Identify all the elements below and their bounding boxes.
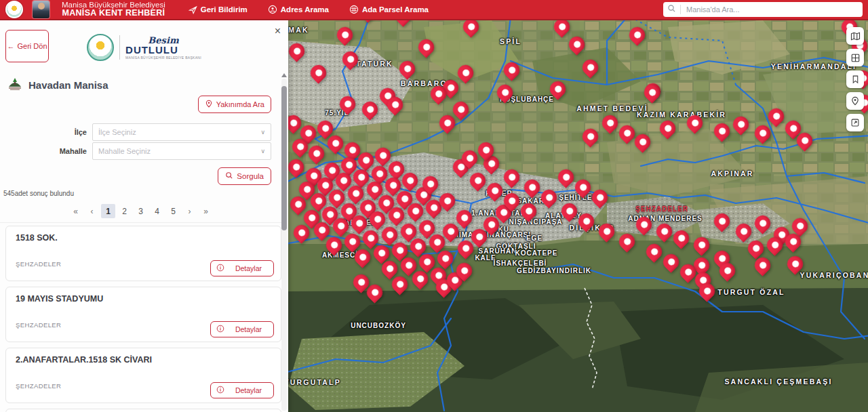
- page-4[interactable]: 4: [150, 204, 164, 218]
- query-button[interactable]: Sorgula: [218, 167, 271, 185]
- map-label: TURGUT ÖZAL: [717, 288, 785, 296]
- side-panel: × ← Geri Dön Besim DUTLULU MANİSA BÜYÜKŞ…: [0, 20, 288, 412]
- scroll-up-icon[interactable]: [281, 73, 287, 77]
- page-2[interactable]: 2: [117, 204, 132, 218]
- info-icon: [216, 325, 224, 334]
- result-title: 2.ANAFARTALAR.1518 SK CİVARI: [16, 355, 152, 365]
- feedback-button[interactable]: Geri Bildirim: [189, 5, 248, 14]
- page-title: Havadan Manisa: [28, 79, 108, 91]
- info-icon: [216, 386, 224, 395]
- top-nav: Geri Bildirim Adres Arama Ada Parsel Ara…: [189, 5, 429, 14]
- result-title: 1518 SOK.: [16, 233, 58, 243]
- map-label: İSHAKÇELEBİ: [494, 260, 547, 267]
- map-label: KAZIM KARABEKİR: [637, 110, 726, 119]
- details-button[interactable]: Detaylar: [210, 382, 274, 398]
- location-pin-icon: [205, 100, 213, 109]
- logo-divider: [119, 35, 120, 60]
- map-controls: [846, 27, 864, 131]
- search-icon: [667, 3, 676, 16]
- folded-map-icon[interactable]: [846, 27, 864, 45]
- manisa-city-guide-app: Manisa Büyükşehir Belediyesi MANİSA KENT…: [0, 0, 868, 412]
- result-card: 19 MAYIS STADYUMU ŞEHZADELER HaritadaGös…: [5, 287, 281, 342]
- map-label: ŞEHZADELER: [635, 205, 688, 213]
- person-pin-icon: [268, 5, 277, 14]
- map-label: YENİHARMANDALI: [771, 62, 856, 70]
- location-pin-icon[interactable]: [846, 92, 864, 110]
- map-label: NİŞANCIPAŞA: [509, 218, 562, 226]
- chevron-down-icon: ∨: [260, 148, 265, 154]
- map-label: TURGUTALP: [288, 378, 341, 386]
- app-brand: Manisa Büyükşehir Belediyesi MANİSA KENT…: [62, 1, 165, 18]
- scrollbar-thumb[interactable]: [281, 86, 287, 230]
- info-icon: [216, 264, 224, 273]
- map-label: UNCUBOZKÖY: [351, 322, 406, 329]
- page-3[interactable]: 3: [134, 204, 148, 218]
- result-title: 19 MAYIS STADYUMU: [16, 294, 103, 304]
- result-card: 1518 SOK. ŞEHZADELER HaritadaGöster Deta…: [5, 226, 281, 281]
- map-label: AKPINAR: [711, 169, 753, 178]
- app-title: MANİSA KENT REHBERİ: [62, 9, 165, 18]
- district-select[interactable]: İlçe Seçiniz ∨: [92, 123, 271, 141]
- bookmark-icon[interactable]: [846, 70, 864, 88]
- mayor-caption: MANİSA BÜYÜKŞEHİR BELEDİYE BAŞKANI: [125, 56, 201, 60]
- global-search: [663, 2, 863, 17]
- panel-scrollbar[interactable]: [281, 79, 287, 411]
- neighborhood-select[interactable]: Mahalle Seçiniz ∨: [92, 142, 271, 160]
- grid-icon[interactable]: [846, 49, 864, 66]
- map-label: GEDİZBAYINDIRLIK: [517, 267, 591, 274]
- result-subtitle: ŞEHZADELER: [16, 321, 61, 329]
- district-label: İlçe: [0, 128, 92, 136]
- page-1[interactable]: 1: [101, 204, 115, 218]
- map-label: KOCATEPE: [515, 249, 558, 257]
- mayor-logo-block: Besim DUTLULU MANİSA BÜYÜKŞEHİR BELEDİYE…: [0, 34, 288, 61]
- send-icon: [189, 5, 197, 14]
- magnifier-icon: [225, 171, 233, 181]
- map-canvas[interactable]: IRMAKATATÜRKBARBAROSSPİLYENİHARMANDALIAH…: [288, 20, 868, 412]
- details-button[interactable]: Detaylar: [210, 321, 274, 337]
- result-list: 1518 SOK. ŞEHZADELER HaritadaGöster Deta…: [5, 226, 281, 412]
- expand-icon[interactable]: [846, 114, 864, 131]
- map-label: EGE: [526, 234, 542, 242]
- result-card: 2.ANAFARTALAR.1518 SK CİVARI ŞEHZADELER …: [5, 348, 281, 403]
- map-label: SPİL: [500, 37, 521, 45]
- result-card-partial: [5, 409, 281, 412]
- search-divider: [680, 5, 681, 14]
- near-me-button[interactable]: Yakınımda Ara: [198, 96, 271, 113]
- havadan-manisa-icon: [7, 76, 23, 94]
- mayor-first-name: Besim: [125, 36, 201, 45]
- mayor-photo: [33, 1, 50, 18]
- result-subtitle: ŞEHZADELER: [16, 382, 61, 390]
- page-last[interactable]: »: [199, 204, 213, 218]
- parcel-search-button[interactable]: Ada Parsel Arama: [349, 5, 429, 14]
- neighborhood-row: Mahalle Mahalle Seçiniz ∨: [0, 142, 271, 160]
- mayor-last-name: DUTLULU: [125, 45, 201, 55]
- result-subtitle: ŞEHZADELER: [16, 260, 61, 268]
- mayor-emblem: [87, 34, 114, 61]
- page-5[interactable]: 5: [166, 204, 180, 218]
- section-title-row: Havadan Manisa: [7, 76, 108, 94]
- details-button[interactable]: Detaylar: [210, 260, 274, 276]
- search-input[interactable]: [685, 5, 859, 14]
- district-row: İlçe İlçe Seçiniz ∨: [0, 123, 271, 141]
- chevron-down-icon: ∨: [260, 129, 265, 136]
- top-bar: Manisa Büyükşehir Belediyesi MANİSA KENT…: [0, 0, 868, 20]
- parcel-grid-icon: [349, 5, 359, 14]
- pagination: « ‹ 1 2 3 4 5 › »: [0, 204, 281, 223]
- result-count: 545adet sonuç bulundu: [3, 190, 74, 197]
- neighborhood-label: Mahalle: [0, 147, 92, 155]
- org-name: Manisa Büyükşehir Belediyesi: [62, 1, 165, 9]
- page-first[interactable]: «: [68, 204, 83, 218]
- municipality-logo: [5, 1, 23, 18]
- map-label: SANCAKLI ÇEŞMEBAŞI: [724, 377, 832, 386]
- page-prev[interactable]: ‹: [85, 204, 99, 218]
- page-next[interactable]: ›: [182, 204, 197, 218]
- address-search-button[interactable]: Adres Arama: [268, 5, 329, 14]
- map-label: IRMAK: [288, 26, 309, 34]
- map-label: YUKARIÇOBANİSA: [800, 271, 868, 279]
